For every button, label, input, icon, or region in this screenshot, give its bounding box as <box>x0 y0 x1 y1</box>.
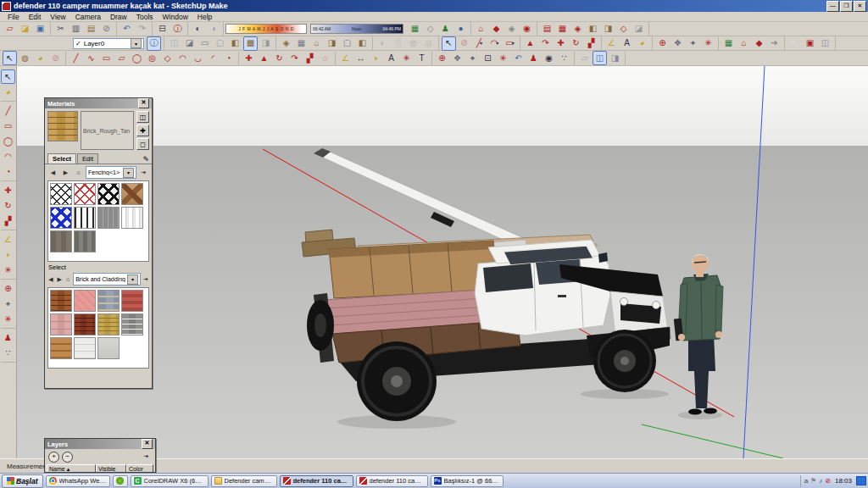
two-point-arc-icon[interactable]: ◡ <box>191 51 205 65</box>
image-icon[interactable]: ▦ <box>721 36 736 51</box>
pan-icon[interactable]: ❖ <box>450 51 465 65</box>
erase-icon[interactable]: ⊘ <box>99 22 114 36</box>
forward-icon[interactable]: ▶ <box>56 274 63 285</box>
smoove-icon[interactable]: ◈ <box>570 22 585 36</box>
shadow-time-slider[interactable]: 06:42 AM Noon 04:46 PM <box>310 24 403 34</box>
package-icon[interactable]: ▣ <box>803 36 817 51</box>
menu-file[interactable]: File <box>3 13 24 21</box>
three-point-arc-icon[interactable]: ◜ <box>206 51 220 65</box>
cut-icon[interactable]: ✂ <box>53 22 68 36</box>
copy-icon[interactable]: ▥ <box>69 22 83 36</box>
start-button[interactable]: Başlat <box>2 474 43 488</box>
taskbar-task-sketchup[interactable]: defender 110 camper mu... <box>356 475 428 487</box>
tape-measure-icon[interactable]: ∠ <box>604 36 619 51</box>
rotate-icon[interactable]: ↻ <box>272 51 287 65</box>
menu-camera[interactable]: Camera <box>71 13 105 21</box>
follow-me-icon[interactable]: ↷ <box>287 51 302 65</box>
back-edges-icon[interactable]: ◪ <box>182 36 197 51</box>
taskbar-task-folder[interactable]: Defender camper çizim <box>211 475 277 487</box>
zoom-icon[interactable]: ⌖ <box>1 297 15 311</box>
scale-icon[interactable]: ▞ <box>1 214 15 228</box>
select-icon[interactable]: ↖ <box>442 36 456 51</box>
volume-icon[interactable]: ♪ <box>819 478 822 485</box>
shadow-toggle-icon[interactable]: ◑ <box>206 22 220 36</box>
rectangle-icon[interactable]: ▭ <box>99 51 114 65</box>
taskbar-task-app-green[interactable] <box>113 475 128 487</box>
warehouse-share-icon[interactable]: ◆ <box>752 36 766 51</box>
details-arrow-icon[interactable]: ➔ <box>142 274 149 285</box>
material-swatch-siding-white[interactable] <box>74 337 96 359</box>
material-swatch-stone-blue[interactable] <box>97 290 120 312</box>
position-camera-icon[interactable]: ♟ <box>526 51 541 65</box>
arc-icon[interactable]: ◠▾ <box>487 36 502 51</box>
in-model-icon[interactable]: ⌂ <box>64 274 71 285</box>
tab-edit[interactable]: Edit <box>77 153 98 164</box>
zoom-previous-icon[interactable]: ↶ <box>511 51 526 65</box>
three-d-text-icon[interactable]: T <box>415 51 429 65</box>
line-icon[interactable]: ╱▾ <box>472 36 487 51</box>
text-icon[interactable]: A <box>620 36 634 51</box>
section-cut-icon[interactable]: ◨ <box>608 51 622 65</box>
monochrome-icon[interactable]: ◨ <box>259 36 273 51</box>
follow-me-icon[interactable]: ↷ <box>538 36 553 51</box>
google-earth-icon[interactable]: ● <box>453 22 468 36</box>
view-left-icon[interactable]: ◧ <box>355 36 370 51</box>
menu-window[interactable]: Window <box>159 13 192 21</box>
sandbox-from-scratch-icon[interactable]: ▦ <box>555 22 570 36</box>
make-component-icon[interactable]: ◍ <box>18 51 32 65</box>
network-icon[interactable] <box>856 476 866 485</box>
line-icon[interactable]: ╱ <box>69 51 83 65</box>
sandbox-from-contours-icon[interactable]: ▤ <box>540 22 554 36</box>
lock-icon[interactable]: ◫ <box>818 36 832 51</box>
print-icon[interactable]: ⊟ <box>155 22 170 36</box>
paint-bucket-icon[interactable]: ◕ <box>33 51 47 65</box>
paint-bucket-icon[interactable]: ◕ <box>1 85 15 99</box>
material-swatch-wood-gate[interactable] <box>97 207 120 229</box>
rectangle-icon[interactable]: ▭▾ <box>503 36 517 51</box>
set-default-material-icon[interactable]: ◻ <box>136 138 149 150</box>
ellipse-icon[interactable]: ◎ <box>145 51 159 65</box>
undo-icon[interactable]: ↶ <box>120 22 134 36</box>
close-icon[interactable]: ✕ <box>138 98 149 108</box>
material-swatch-pavers-rose[interactable] <box>50 313 72 336</box>
drape-icon[interactable]: ◨ <box>601 22 615 36</box>
freehand-icon[interactable]: ∿ <box>84 51 98 65</box>
scale-icon[interactable]: ▞ <box>303 51 317 65</box>
tab-select[interactable]: Select <box>47 153 76 164</box>
material-swatch-wood-boards-gray[interactable] <box>74 230 96 252</box>
display-secondary-pane-icon[interactable]: ◫ <box>136 111 149 123</box>
column-header-color[interactable]: Color <box>126 464 153 473</box>
column-header-visible[interactable]: Visible <box>96 464 126 473</box>
view-right-icon[interactable]: ◨ <box>325 36 339 51</box>
arc-icon[interactable]: ◠ <box>1 149 15 164</box>
layer-dropdown[interactable]: ✓ Layer0 ▾ <box>73 38 144 49</box>
photo-textures-icon[interactable]: ▦ <box>408 22 422 36</box>
push-pull-icon[interactable]: ▲ <box>523 36 537 51</box>
material-swatch-brick-yellow[interactable] <box>97 313 120 336</box>
walk-icon[interactable]: ∵ <box>557 51 571 65</box>
move-icon[interactable]: ✚ <box>242 51 256 65</box>
section-display-icon[interactable]: ◫ <box>593 51 607 65</box>
menu-view[interactable]: View <box>46 13 70 21</box>
in-model-icon[interactable]: ⌂ <box>73 167 84 178</box>
tape-measure-icon[interactable]: ∠ <box>1 232 15 247</box>
details-arrow-icon[interactable]: ➔ <box>141 452 152 463</box>
collection-dropdown-2[interactable]: Brick and Cladding ▾ <box>73 273 141 286</box>
scale-icon[interactable]: ▞ <box>584 36 598 51</box>
line-icon[interactable]: ╱ <box>1 103 15 118</box>
share-model-icon[interactable]: ◆ <box>489 22 504 36</box>
circle-icon[interactable]: ◯ <box>130 51 144 65</box>
taskbar-task-coreldraw[interactable]: CCorelDRAW X6 (64-Bit) <box>131 475 209 487</box>
taskbar-clock[interactable]: 18:03 <box>833 477 854 485</box>
material-swatch-brick-dark-red[interactable] <box>74 313 96 336</box>
tape-measure-icon[interactable]: ∠ <box>338 51 353 65</box>
shadow-settings-icon[interactable]: ◐ <box>191 22 205 36</box>
look-around-icon[interactable]: ◉ <box>542 51 556 65</box>
eraser-icon[interactable]: ⊘ <box>48 51 63 65</box>
collection-dropdown-1[interactable]: Fencing<1> ▾ <box>86 166 136 179</box>
material-swatch-brick-brown[interactable] <box>50 290 72 312</box>
share-component-icon[interactable]: ◈ <box>504 22 519 36</box>
eraser-icon[interactable]: ⊘ <box>457 36 471 51</box>
view-front-icon[interactable]: ⌂ <box>309 36 324 51</box>
material-swatch-chainlink-black[interactable] <box>97 183 120 205</box>
